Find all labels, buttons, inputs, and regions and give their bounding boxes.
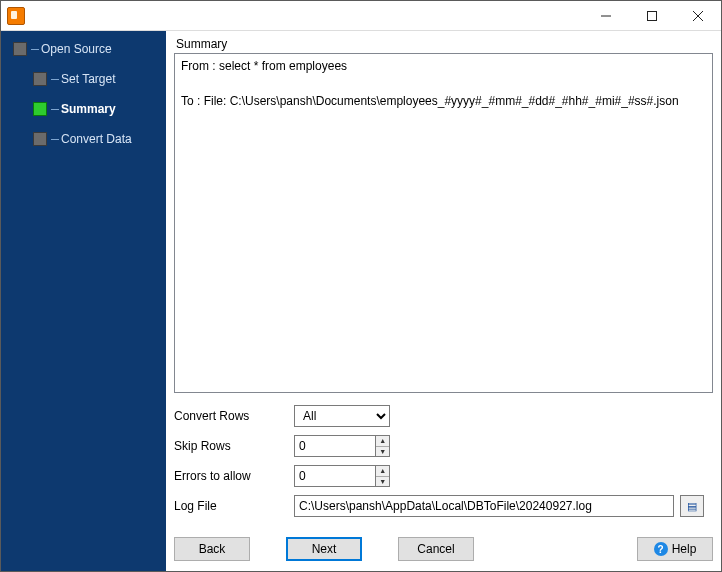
step-marker-icon	[33, 132, 47, 146]
next-button[interactable]: Next	[286, 537, 362, 561]
skip-rows-spinner[interactable]: ▲ ▼	[294, 435, 390, 457]
convert-rows-select[interactable]: All	[294, 405, 390, 427]
log-file-label: Log File	[174, 499, 294, 513]
back-button[interactable]: Back	[174, 537, 250, 561]
open-log-button[interactable]: ▤	[680, 495, 704, 517]
step-convert-data[interactable]: Convert Data	[13, 129, 166, 149]
step-set-target[interactable]: Set Target	[13, 69, 166, 89]
spin-down-icon[interactable]: ▼	[376, 447, 389, 457]
app-window: Open Source Set Target Summary Convert D…	[0, 0, 722, 572]
spin-up-icon[interactable]: ▲	[376, 436, 389, 447]
options-group: Convert Rows All Skip Rows ▲	[174, 403, 713, 523]
step-summary[interactable]: Summary	[13, 99, 166, 119]
spin-up-icon[interactable]: ▲	[376, 466, 389, 477]
summary-from-line: From : select * from employees	[181, 59, 347, 73]
log-file-input[interactable]	[294, 495, 674, 517]
spin-down-icon[interactable]: ▼	[376, 477, 389, 487]
step-marker-icon	[33, 72, 47, 86]
errors-allow-spinner[interactable]: ▲ ▼	[294, 465, 390, 487]
maximize-button[interactable]	[629, 1, 675, 30]
step-marker-icon	[13, 42, 27, 56]
step-label: Convert Data	[61, 132, 132, 146]
wizard-sidebar: Open Source Set Target Summary Convert D…	[1, 31, 166, 571]
document-icon: ▤	[687, 500, 697, 513]
step-label: Summary	[61, 102, 116, 116]
cancel-button[interactable]: Cancel	[398, 537, 474, 561]
titlebar	[1, 1, 721, 31]
help-button[interactable]: ? Help	[637, 537, 713, 561]
step-label: Open Source	[41, 42, 112, 56]
wizard-footer: Back Next Cancel ? Help	[174, 523, 713, 561]
app-icon	[7, 7, 25, 25]
close-button[interactable]	[675, 1, 721, 30]
skip-rows-label: Skip Rows	[174, 439, 294, 453]
errors-allow-input[interactable]	[295, 466, 375, 486]
errors-allow-label: Errors to allow	[174, 469, 294, 483]
minimize-button[interactable]	[583, 1, 629, 30]
summary-to-line: To : File: C:\Users\pansh\Documents\empl…	[181, 94, 679, 108]
step-open-source[interactable]: Open Source	[13, 39, 166, 59]
svg-rect-1	[648, 11, 657, 20]
main-panel: Summary From : select * from employees T…	[166, 31, 721, 571]
step-label: Set Target	[61, 72, 115, 86]
summary-textbox[interactable]: From : select * from employees To : File…	[174, 53, 713, 393]
help-icon: ?	[654, 542, 668, 556]
convert-rows-label: Convert Rows	[174, 409, 294, 423]
summary-heading: Summary	[174, 35, 713, 53]
skip-rows-input[interactable]	[295, 436, 375, 456]
step-marker-icon	[33, 102, 47, 116]
